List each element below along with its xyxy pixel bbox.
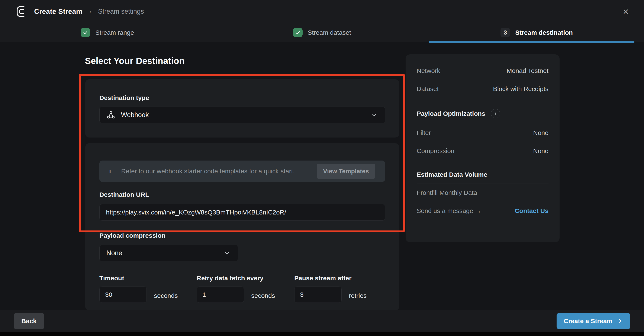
timeout-unit: seconds bbox=[154, 292, 178, 299]
summary-row-network: Network Monad Testnet bbox=[417, 62, 548, 80]
check-icon bbox=[80, 28, 90, 37]
info-icon[interactable]: i bbox=[491, 109, 500, 118]
chevron-down-icon bbox=[370, 111, 378, 119]
step-label: Stream dataset bbox=[308, 29, 351, 36]
page-title: Create Stream bbox=[34, 8, 82, 16]
volume-title-row: Estimated Data Volume bbox=[417, 166, 548, 184]
destination-url-label: Destination URL bbox=[99, 191, 149, 198]
contact-us-link[interactable]: Contact Us bbox=[515, 207, 548, 214]
breadcrumb-chevron-icon: › bbox=[89, 8, 91, 15]
payload-compression-label: Payload compression bbox=[99, 232, 166, 239]
frontfill-label: Frontfill Monthly Data bbox=[417, 189, 477, 196]
section-heading: Select Your Destination bbox=[85, 56, 185, 66]
contact-label: Send us a message → bbox=[417, 207, 482, 214]
destination-type-card: Destination type Webhook bbox=[85, 79, 399, 138]
info-banner-text: Refer to our webhook starter code templa… bbox=[121, 168, 295, 175]
summary-volume-section: Estimated Data Volume Frontfill Monthly … bbox=[406, 163, 560, 222]
view-templates-button[interactable]: View Templates bbox=[317, 164, 375, 179]
stream-summary-panel: Network Monad Testnet Dataset Block with… bbox=[406, 54, 560, 242]
check-icon bbox=[293, 28, 302, 37]
destination-url-input[interactable] bbox=[99, 204, 385, 221]
chevron-down-icon bbox=[223, 249, 231, 257]
create-stream-label: Create a Stream bbox=[564, 318, 612, 325]
summary-row-compression: Compression None bbox=[417, 142, 548, 160]
retry-unit: seconds bbox=[251, 292, 275, 299]
info-banner: i Refer to our webhook starter code temp… bbox=[99, 160, 385, 182]
destination-type-value: Webhook bbox=[121, 111, 149, 119]
payload-compression-value: None bbox=[106, 249, 122, 257]
back-button[interactable]: Back bbox=[14, 313, 44, 330]
compression-value: None bbox=[533, 147, 548, 154]
step-stream-dataset[interactable]: Stream dataset bbox=[215, 23, 430, 42]
retry-input[interactable] bbox=[196, 286, 244, 303]
step-label: Stream range bbox=[95, 29, 134, 36]
timeout-label: Timeout bbox=[99, 274, 124, 282]
step-stream-destination[interactable]: 3 Stream destination bbox=[429, 23, 644, 42]
summary-row-dataset: Dataset Block with Receipts bbox=[417, 80, 548, 98]
optimizations-title: Payload Optimizations bbox=[417, 110, 485, 117]
app-logo-icon bbox=[15, 5, 28, 18]
step-number-badge: 3 bbox=[500, 28, 510, 37]
volume-title: Estimated Data Volume bbox=[417, 171, 487, 178]
wizard-stepper: Stream range Stream dataset 3 Stream des… bbox=[0, 23, 644, 42]
webhook-settings-card: i Refer to our webhook starter code temp… bbox=[85, 143, 399, 310]
optimizations-title-row: Payload Optimizations i bbox=[417, 104, 548, 124]
compression-label: Compression bbox=[417, 147, 454, 154]
timeout-input[interactable] bbox=[99, 286, 147, 303]
breadcrumb: Stream settings bbox=[98, 8, 144, 15]
destination-type-label: Destination type bbox=[99, 94, 149, 102]
network-value: Monad Testnet bbox=[507, 67, 548, 74]
filter-value: None bbox=[533, 129, 548, 136]
retry-label: Retry data fetch every bbox=[196, 274, 263, 282]
summary-row-contact: Send us a message → Contact Us bbox=[417, 202, 548, 220]
destination-type-select[interactable]: Webhook bbox=[99, 106, 385, 123]
top-bar: Create Stream › Stream settings × bbox=[0, 0, 644, 23]
step-label: Stream destination bbox=[515, 29, 573, 36]
info-icon: i bbox=[109, 168, 111, 175]
step-stream-range[interactable]: Stream range bbox=[0, 23, 215, 42]
filter-label: Filter bbox=[417, 129, 431, 136]
pause-unit: retries bbox=[349, 292, 366, 299]
chevron-right-icon bbox=[617, 318, 623, 324]
summary-optimizations-section: Payload Optimizations i Filter None Comp… bbox=[406, 101, 560, 163]
screen-bottom-edge bbox=[0, 332, 644, 336]
dataset-label: Dataset bbox=[417, 85, 439, 92]
pause-input[interactable] bbox=[294, 286, 342, 303]
close-icon[interactable]: × bbox=[623, 6, 629, 16]
wizard-footer: Back Create a Stream bbox=[0, 310, 644, 332]
webhook-icon bbox=[106, 110, 115, 120]
summary-row-filter: Filter None bbox=[417, 124, 548, 142]
summary-stream-section: Network Monad Testnet Dataset Block with… bbox=[406, 59, 560, 101]
summary-row-frontfill: Frontfill Monthly Data bbox=[417, 184, 548, 202]
pause-label: Pause stream after bbox=[294, 274, 352, 282]
network-label: Network bbox=[417, 67, 440, 74]
create-stream-button[interactable]: Create a Stream bbox=[556, 313, 630, 330]
payload-compression-select[interactable]: None bbox=[99, 245, 238, 262]
dataset-value: Block with Receipts bbox=[493, 85, 548, 92]
